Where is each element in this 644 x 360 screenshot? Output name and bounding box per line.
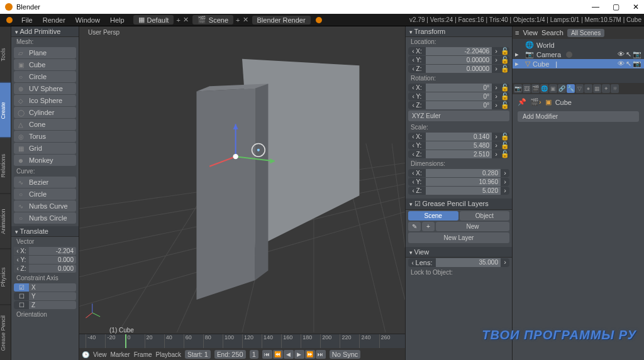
play-button[interactable]: ▶	[294, 350, 304, 359]
cursor-icon[interactable]: ↖	[626, 60, 631, 68]
scale-y-field[interactable]: ‹ Y:5.480›🔓	[408, 141, 509, 150]
jump-start-button[interactable]: ⏮	[262, 350, 272, 359]
outliner-item-cube[interactable]: ▸▽Cube|👁↖📷	[513, 59, 644, 68]
scene-remove-button[interactable]: ✕	[243, 16, 248, 24]
lock-icon[interactable]: 🔓	[501, 101, 509, 109]
end-frame-field[interactable]: End: 250	[214, 350, 246, 359]
tab-tools[interactable]: Tools	[0, 26, 11, 82]
vec-z-field[interactable]: ‹ Z:0.000	[14, 265, 76, 273]
gp-object-tab[interactable]: Object	[460, 211, 510, 221]
rot-y-field[interactable]: ‹ Y:0°›🔓	[408, 92, 509, 101]
modifiers-tab-icon[interactable]: 🔧	[567, 84, 575, 93]
tab-create[interactable]: Create	[0, 82, 11, 138]
grease-pencil-header[interactable]: ☑ Grease Pencil Layers	[406, 199, 512, 210]
constraint-x[interactable]: ☑X	[14, 283, 76, 292]
eye-icon[interactable]: 👁	[618, 60, 625, 68]
scene-tab-icon[interactable]: 🎬	[531, 84, 540, 93]
add-grid-button[interactable]: ▦Grid	[14, 143, 76, 154]
cursor-icon[interactable]: ↖	[626, 50, 631, 58]
pin-icon[interactable]: 📌	[518, 98, 526, 106]
tl-view-menu[interactable]: View	[93, 351, 107, 358]
layout-selector[interactable]: ▦Default	[133, 15, 174, 25]
lock-icon[interactable]: 🔓	[501, 133, 509, 141]
layout-add-button[interactable]: +	[176, 16, 180, 24]
outliner-filter[interactable]: All Scenes	[567, 29, 604, 37]
jump-end-button[interactable]: ⏭	[316, 350, 326, 359]
dim-x-field[interactable]: ‹ X:0.280›	[408, 169, 509, 177]
scene-selector[interactable]: 🎬Scene	[192, 15, 233, 25]
translate-header[interactable]: Translate	[11, 226, 79, 237]
render-icon[interactable]: 📷	[633, 50, 641, 58]
lock-icon[interactable]: 🔓	[501, 141, 509, 150]
timeline-ruler[interactable]: -40 -20 0 20 40 60 80 100 120 140 160 18…	[79, 334, 405, 348]
add-torus-button[interactable]: ◎Torus	[14, 131, 76, 142]
gp-scene-tab[interactable]: Scene	[408, 211, 458, 221]
material-tab-icon[interactable]: ●	[584, 84, 592, 93]
keyframe-prev-button[interactable]: ⏪	[273, 350, 283, 359]
add-circle-button[interactable]: ○Circle	[14, 71, 76, 82]
add-plane-button[interactable]: ▱Plane	[14, 47, 76, 58]
add-bezier-button[interactable]: ∿Bezier	[14, 177, 76, 188]
keyframe-next-button[interactable]: ⏩	[305, 350, 315, 359]
lock-icon[interactable]: 🔓	[501, 47, 509, 55]
tl-frame-menu[interactable]: Frame	[134, 351, 152, 358]
3d-viewport[interactable]: User Persp (1) Cube ◈ View Select Add Ob…	[79, 26, 405, 360]
constraint-z[interactable]: ☐Z	[14, 301, 76, 309]
timeline-editor-icon[interactable]: 🕒	[82, 351, 89, 358]
view-panel-header[interactable]: View	[406, 247, 512, 258]
gp-add-button[interactable]: +	[422, 222, 435, 231]
restrict-icon[interactable]	[566, 52, 572, 58]
gp-new-button[interactable]: New	[436, 222, 509, 231]
texture-tab-icon[interactable]: ▦	[593, 84, 601, 93]
add-cube-button[interactable]: ▣Cube	[14, 59, 76, 70]
render-engine-selector[interactable]: Blender Render	[252, 16, 311, 25]
tab-relations[interactable]: Relations	[0, 138, 11, 194]
add-cylinder-button[interactable]: ◯Cylinder	[14, 107, 76, 118]
start-frame-field[interactable]: Start: 1	[185, 350, 211, 359]
menu-window[interactable]: Window	[70, 16, 105, 24]
scale-x-field[interactable]: ‹ X:0.140›🔓	[408, 133, 509, 141]
rot-z-field[interactable]: ‹ Z:0°›🔓	[408, 101, 509, 109]
rotation-order-selector[interactable]: XYZ Euler	[408, 111, 509, 121]
loc-y-field[interactable]: ‹ Y:0.00000›🔓	[408, 56, 509, 64]
lock-icon[interactable]: 🔓	[501, 56, 509, 64]
dim-y-field[interactable]: ‹ Y:10.960›	[408, 178, 509, 186]
add-primitive-header[interactable]: Add Primitive	[11, 26, 79, 37]
lock-icon[interactable]: 🔓	[501, 92, 509, 101]
render-layers-tab-icon[interactable]: 🖼	[523, 84, 531, 93]
eye-icon[interactable]: 👁	[618, 50, 625, 58]
add-curve-circle-button[interactable]: ○Circle	[14, 188, 76, 200]
add-modifier-button[interactable]: Add Modifier	[518, 111, 639, 122]
add-cone-button[interactable]: △Cone	[14, 119, 76, 130]
menu-render[interactable]: Render	[38, 16, 70, 24]
layout-remove-button[interactable]: ✕	[183, 16, 189, 24]
add-nurbs-circle-button[interactable]: ○Nurbs Circle	[14, 212, 76, 224]
loc-x-field[interactable]: ‹ X:-2.20406›🔓	[408, 47, 509, 55]
particles-tab-icon[interactable]: ✦	[602, 84, 610, 93]
vec-x-field[interactable]: ‹ X:-2.204	[14, 247, 76, 255]
outliner-item-camera[interactable]: ▸📷Camera👁↖📷	[513, 50, 644, 59]
outliner-view-menu[interactable]: View	[523, 29, 538, 36]
tab-animation[interactable]: Animation	[0, 194, 11, 249]
tab-grease-pencil[interactable]: Grease Pencil	[0, 305, 11, 361]
tl-playback-menu[interactable]: Playback	[156, 351, 182, 358]
dim-z-field[interactable]: ‹ Z:5.020›	[408, 187, 509, 195]
current-frame-field[interactable]: 1	[250, 350, 258, 359]
tab-physics[interactable]: Physics	[0, 249, 11, 305]
add-monkey-button[interactable]: ☻Monkey	[14, 155, 76, 166]
sync-selector[interactable]: No Sync	[330, 350, 361, 359]
render-tab-icon[interactable]: 📷	[514, 84, 522, 93]
outliner-item-world[interactable]: 🌐World	[513, 40, 644, 50]
rot-x-field[interactable]: ‹ X:0°›🔓	[408, 84, 509, 92]
transform-header[interactable]: Transform	[406, 26, 512, 37]
vec-y-field[interactable]: ‹ Y:0.000	[14, 256, 76, 264]
lock-icon[interactable]: 🔓	[501, 150, 509, 158]
menu-file[interactable]: File	[16, 16, 38, 24]
minimize-button[interactable]: —	[592, 3, 599, 11]
object-tab-icon[interactable]: ▣	[549, 84, 557, 93]
constraint-y[interactable]: ☐Y	[14, 292, 76, 300]
outliner-tree[interactable]: 🌐World ▸📷Camera👁↖📷 ▸▽Cube|👁↖📷	[513, 39, 644, 83]
new-layer-button[interactable]: New Layer	[408, 232, 509, 243]
loc-z-field[interactable]: ‹ Z:0.00000›🔓	[408, 65, 509, 73]
scene-add-button[interactable]: +	[236, 16, 240, 24]
